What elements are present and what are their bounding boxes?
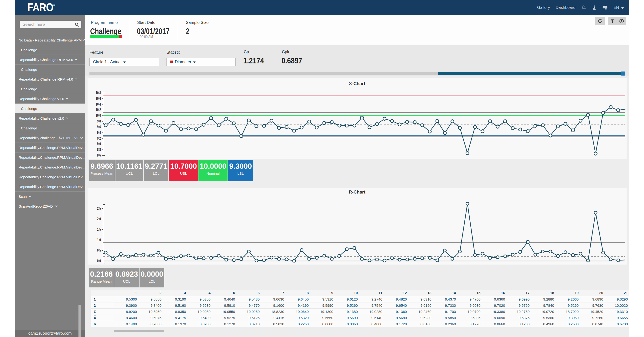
svg-text:8.8: 8.8 xyxy=(97,148,101,152)
svg-text:9.2: 9.2 xyxy=(97,136,101,140)
svg-text:9.8: 9.8 xyxy=(97,119,101,123)
svg-text:1.5: 1.5 xyxy=(97,227,101,231)
svg-text:9.6: 9.6 xyxy=(97,125,101,129)
svg-text:10.0: 10.0 xyxy=(96,113,101,117)
svg-text:0.0: 0.0 xyxy=(97,259,101,263)
svg-text:10.6: 10.6 xyxy=(96,96,101,101)
svg-text:2.5: 2.5 xyxy=(97,206,101,210)
svg-text:8.6: 8.6 xyxy=(97,153,101,157)
svg-text:10.8: 10.8 xyxy=(96,91,101,95)
svg-text:2.0: 2.0 xyxy=(97,217,101,221)
svg-text:10.2: 10.2 xyxy=(96,108,101,112)
svg-text:1.0: 1.0 xyxy=(97,238,101,242)
svg-text:9.0: 9.0 xyxy=(97,142,101,146)
svg-text:10.4: 10.4 xyxy=(96,102,101,106)
svg-text:0.5: 0.5 xyxy=(97,248,101,252)
svg-text:9.4: 9.4 xyxy=(97,131,101,135)
